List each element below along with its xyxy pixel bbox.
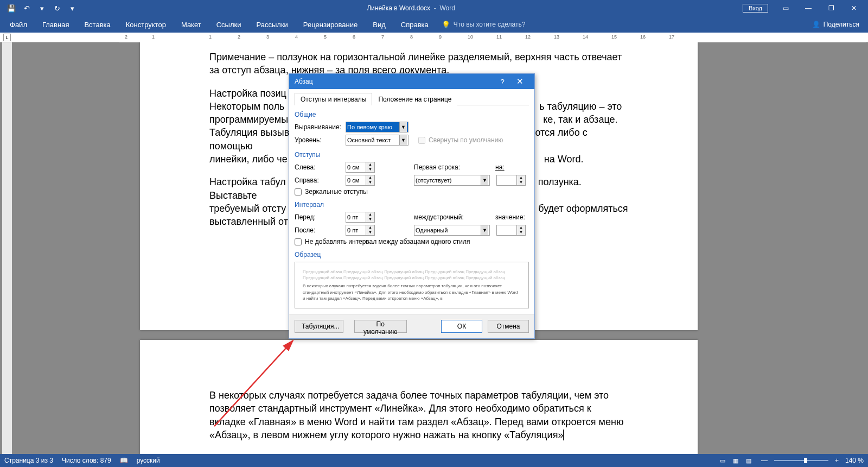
section-indents: Отступы: [295, 151, 529, 159]
spinner-input[interactable]: [346, 212, 366, 222]
zoom-out-button[interactable]: —: [761, 457, 768, 464]
tab-references[interactable]: Ссылки: [209, 18, 249, 31]
redo-button[interactable]: ↻: [50, 1, 64, 15]
vertical-ruler[interactable]: [2, 42, 12, 454]
spin-down[interactable]: ▼: [366, 180, 374, 185]
tab-mailings[interactable]: Рассылки: [248, 18, 295, 31]
quick-access-toolbar: 💾 ↶ ▾ ↻ ▾: [0, 1, 79, 15]
tab-selector[interactable]: L: [3, 34, 11, 41]
level-select[interactable]: Основной текст ▼: [346, 135, 409, 146]
checkbox-input[interactable]: [295, 238, 302, 245]
ruler-tick: 10: [468, 34, 473, 40]
zoom-in-button[interactable]: +: [835, 457, 839, 464]
ruler-tick: 7: [381, 34, 384, 40]
text-fragment: Некоторым поль: [209, 101, 284, 112]
spin-down[interactable]: ▼: [366, 167, 374, 172]
spin-down[interactable]: ▼: [366, 217, 374, 222]
after-spinner[interactable]: ▲▼: [346, 225, 375, 236]
tab-view[interactable]: Вид: [365, 18, 393, 31]
cancel-button[interactable]: Отмена: [488, 320, 529, 333]
ruler-tick: 13: [554, 34, 559, 40]
tab-help[interactable]: Справка: [393, 18, 436, 31]
spin-up[interactable]: ▲: [517, 225, 525, 230]
section-general: Общие: [295, 111, 529, 118]
spinner-input[interactable]: [346, 162, 366, 172]
tab-indents-spacing[interactable]: Отступы и интервалы: [295, 93, 372, 105]
right-indent-spinner[interactable]: ▲▼: [346, 175, 375, 186]
ribbon-options-button[interactable]: ▭: [775, 1, 796, 15]
spin-up[interactable]: ▲: [366, 225, 374, 230]
checkbox-input[interactable]: [295, 188, 302, 195]
firstline-select[interactable]: (отсутствует) ▼: [414, 175, 490, 186]
no-space-same-style-checkbox[interactable]: Не добавлять интервал между абзацами одн…: [295, 238, 529, 245]
spinner-input[interactable]: [497, 175, 516, 185]
linespacing-select[interactable]: Одинарный ▼: [414, 225, 490, 236]
tab-page-position[interactable]: Положение на странице: [372, 93, 457, 105]
zoom-slider[interactable]: [774, 460, 828, 461]
ruler-tick: 2: [125, 34, 127, 40]
label-value: значение:: [495, 213, 525, 221]
spinner-input[interactable]: [497, 225, 516, 235]
tab-home[interactable]: Главная: [35, 18, 76, 31]
default-button[interactable]: По умолчанию: [354, 320, 407, 333]
share-button[interactable]: 👤 Поделиться: [812, 21, 868, 28]
save-button[interactable]: 💾: [4, 1, 18, 15]
ruler-tick: 6: [353, 34, 355, 40]
ok-button[interactable]: ОК: [441, 320, 482, 333]
label-by: на:: [495, 163, 505, 171]
undo-dropdown[interactable]: ▾: [35, 1, 49, 15]
status-language[interactable]: русский: [137, 457, 160, 464]
dialog-help-button[interactable]: ?: [494, 78, 510, 86]
spin-up[interactable]: ▲: [517, 175, 525, 180]
spin-down[interactable]: ▼: [366, 230, 374, 235]
firstline-by-spinner[interactable]: ▲▼: [496, 175, 526, 186]
dialog-titlebar[interactable]: Абзац ? ✕: [289, 74, 534, 89]
spinner-input[interactable]: [346, 225, 366, 235]
view-web[interactable]: ▤: [743, 456, 755, 465]
maximize-button[interactable]: ❐: [820, 1, 842, 15]
linespacing-value-spinner[interactable]: ▲▼: [496, 225, 526, 236]
section-spacing: Интервал: [295, 201, 529, 209]
collapse-checkbox[interactable]: Свернуты по умолчанию: [418, 136, 503, 144]
tab-review[interactable]: Рецензирование: [296, 18, 365, 31]
tab-file[interactable]: Файл: [2, 18, 35, 31]
tab-layout[interactable]: Макет: [174, 18, 209, 31]
tell-me-search[interactable]: 💡 Что вы хотите сделать?: [442, 21, 526, 29]
mirror-indents-checkbox[interactable]: Зеркальные отступы: [295, 188, 529, 195]
spin-up[interactable]: ▲: [366, 162, 374, 167]
text-fragment: Настройка табул: [209, 176, 286, 187]
tab-insert[interactable]: Вставка: [76, 18, 118, 31]
document-page-2[interactable]: В некоторых случаях потребуется задача б…: [140, 340, 698, 454]
spin-down[interactable]: ▼: [517, 180, 525, 185]
status-page[interactable]: Страница 3 из 3: [4, 457, 53, 464]
qat-customize[interactable]: ▾: [65, 1, 79, 15]
dialog-close-button[interactable]: ✕: [510, 77, 529, 86]
view-read[interactable]: ▭: [717, 456, 729, 465]
signin-button[interactable]: Вход: [743, 4, 768, 12]
tab-design[interactable]: Конструктор: [118, 18, 174, 31]
spin-up[interactable]: ▲: [366, 212, 374, 217]
status-word-count[interactable]: Число слов: 879: [62, 457, 111, 464]
share-label: Поделиться: [824, 21, 859, 28]
text-fragment: требуемый отсту: [209, 203, 286, 214]
tabs-button[interactable]: Табуляция...: [295, 320, 343, 333]
zoom-thumb[interactable]: [804, 458, 807, 463]
zoom-level[interactable]: 140 %: [845, 457, 864, 464]
statusbar: Страница 3 из 3 Число слов: 879 📖 русски…: [0, 454, 868, 467]
minimize-button[interactable]: —: [797, 1, 819, 15]
spinner-input[interactable]: [346, 175, 366, 185]
ruler-tick: 17: [669, 34, 674, 40]
view-print[interactable]: ▦: [730, 456, 742, 465]
dialog-buttons: Табуляция... По умолчанию ОК Отмена: [289, 314, 534, 338]
select-value: Одинарный: [416, 227, 448, 234]
left-indent-spinner[interactable]: ▲▼: [346, 162, 375, 173]
spin-up[interactable]: ▲: [366, 175, 374, 180]
horizontal-ruler[interactable]: 2 1 1 2 3 4 5 6 7 8 9 10 11 12 13 14 15 …: [119, 33, 866, 42]
before-spinner[interactable]: ▲▼: [346, 212, 375, 223]
share-icon: 👤: [812, 21, 820, 28]
alignment-select[interactable]: По левому краю ▼: [346, 122, 409, 132]
close-button[interactable]: ✕: [843, 1, 865, 15]
status-proofing-icon[interactable]: 📖: [120, 457, 128, 464]
spin-down[interactable]: ▼: [517, 230, 525, 235]
undo-button[interactable]: ↶: [20, 1, 34, 15]
